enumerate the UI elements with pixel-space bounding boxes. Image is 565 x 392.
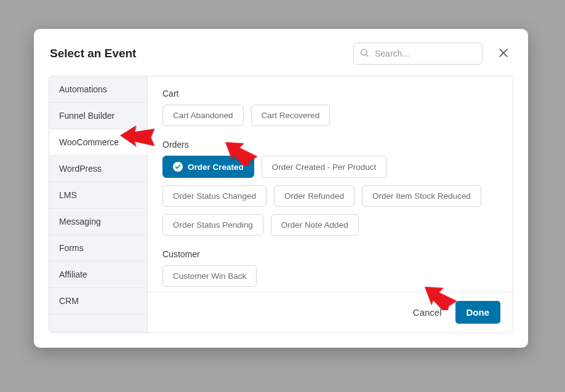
sidebar-item-lms[interactable]: LMS — [49, 182, 147, 209]
sidebar-item-label: Affiliate — [59, 270, 87, 279]
event-order-note-added[interactable]: Order Note Added — [271, 214, 359, 236]
sidebar-item-label: CRM — [59, 296, 79, 306]
section-title-orders: Orders — [162, 140, 498, 150]
event-cart-recovered[interactable]: Cart Recovered — [251, 105, 331, 126]
sidebar-item-wordpress[interactable]: WordPress — [49, 156, 147, 182]
modal-footer: Cancel Done — [148, 292, 513, 332]
sidebar-item-affiliate[interactable]: Affiliate — [49, 262, 147, 288]
event-cart-abandoned[interactable]: Cart Abandoned — [162, 105, 244, 126]
event-row-customer: Customer Win Back — [162, 265, 498, 287]
sidebar-item-label: WooCommerce — [59, 137, 119, 147]
search-field — [353, 42, 483, 65]
event-order-status-pending[interactable]: Order Status Pending — [162, 214, 263, 236]
event-customer-win-back[interactable]: Customer Win Back — [162, 265, 257, 287]
sidebar-item-crm[interactable]: CRM — [49, 288, 147, 314]
event-row-orders: Order CreatedOrder Created - Per Product… — [162, 156, 498, 236]
event-list-scroll[interactable]: CartCart AbandonedCart RecoveredOrdersOr… — [148, 76, 513, 292]
modal-body: AutomationsFunnel BuilderWooCommerceWord… — [49, 76, 513, 333]
sidebar-item-automations[interactable]: Automations — [49, 76, 147, 103]
content-column: CartCart AbandonedCart RecoveredOrdersOr… — [148, 76, 513, 332]
event-label: Customer Win Back — [173, 271, 246, 281]
close-button[interactable] — [495, 44, 512, 63]
event-order-created[interactable]: Order Created — [162, 156, 254, 178]
event-label: Order Created - Per Product — [272, 162, 377, 172]
cancel-button[interactable]: Cancel — [411, 303, 444, 321]
modal-header: Select an Event — [34, 29, 528, 76]
done-button[interactable]: Done — [455, 301, 501, 324]
sidebar-item-funnel-builder[interactable]: Funnel Builder — [49, 103, 147, 129]
sidebar-item-label: WordPress — [59, 164, 102, 174]
event-label: Order Created — [188, 162, 244, 172]
select-event-modal: Select an Event AutomationsFunnel Builde… — [34, 29, 528, 348]
sidebar-item-label: Forms — [59, 243, 84, 253]
event-label: Cart Recovered — [262, 111, 320, 120]
modal-title: Select an Event — [50, 47, 136, 60]
section-title-cart: Cart — [162, 89, 498, 98]
event-order-created-per-product[interactable]: Order Created - Per Product — [262, 156, 387, 178]
sidebar-item-label: Funnel Builder — [59, 111, 114, 121]
section-title-customer: Customer — [162, 249, 498, 259]
search-input[interactable] — [353, 42, 483, 65]
event-label: Order Refunded — [284, 191, 344, 201]
sidebar-item-label: LMS — [59, 190, 77, 200]
sidebar-item-label: Automations — [59, 84, 107, 94]
event-label: Order Status Pending — [173, 220, 253, 230]
sidebar-item-messaging[interactable]: Messaging — [49, 209, 147, 235]
event-label: Order Status Changed — [173, 191, 256, 201]
event-order-item-stock-reduced[interactable]: Order Item Stock Reduced — [362, 185, 481, 207]
event-label: Order Note Added — [281, 220, 348, 230]
event-row-cart: Cart AbandonedCart Recovered — [162, 105, 498, 126]
event-label: Order Item Stock Reduced — [372, 191, 471, 201]
event-order-status-changed[interactable]: Order Status Changed — [162, 185, 266, 207]
close-icon — [497, 52, 510, 61]
event-label: Cart Abandoned — [173, 111, 233, 120]
sidebar-item-woocommerce[interactable]: WooCommerce — [49, 129, 147, 156]
sidebar-item-label: Messaging — [59, 217, 101, 226]
event-order-refunded[interactable]: Order Refunded — [274, 185, 355, 207]
category-sidebar: AutomationsFunnel BuilderWooCommerceWord… — [49, 76, 148, 332]
check-icon — [173, 162, 183, 172]
sidebar-item-forms[interactable]: Forms — [49, 235, 147, 262]
